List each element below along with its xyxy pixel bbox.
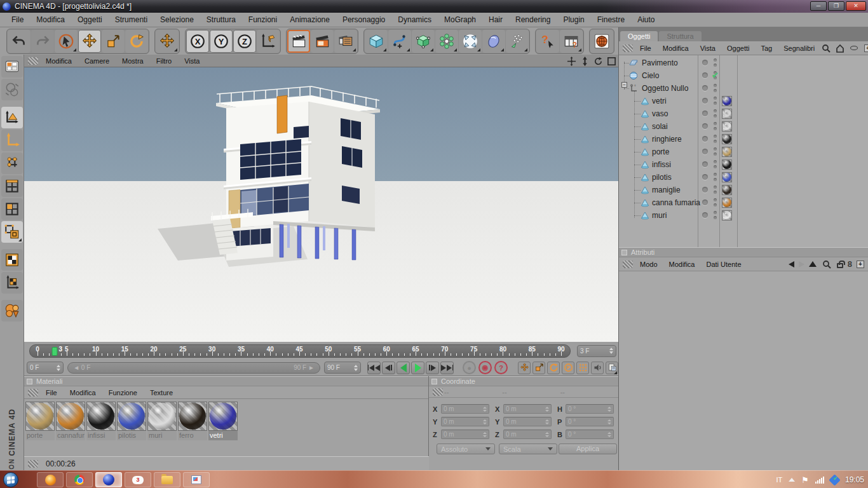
object-name[interactable]: maniglie xyxy=(652,186,681,194)
help-button[interactable]: ? xyxy=(536,30,559,53)
range-end-field[interactable]: 90 F xyxy=(324,362,361,374)
previous-frame-button[interactable] xyxy=(382,362,395,374)
menu-funzioni[interactable]: Funzioni xyxy=(242,13,283,27)
attr-menu-dati-utente[interactable]: Dati Utente xyxy=(701,261,747,268)
menu-personaggio[interactable]: Personaggio xyxy=(336,13,391,27)
taskbar-firefox[interactable] xyxy=(37,472,64,487)
home-icon[interactable] xyxy=(834,43,846,54)
minimize-button[interactable]: ─ xyxy=(810,1,827,11)
key-scale-button[interactable] xyxy=(532,362,545,374)
current-frame-field[interactable]: 3 F xyxy=(577,345,616,357)
om-menu-oggetti[interactable]: Oggetti xyxy=(721,44,755,52)
vp-menu-mostra[interactable]: Mostra xyxy=(116,57,150,65)
search-icon[interactable] xyxy=(821,259,832,270)
scale-x-field[interactable]: 0 m xyxy=(503,404,552,414)
lock-icon[interactable] xyxy=(837,263,843,268)
material-tag[interactable] xyxy=(722,134,732,144)
render-visibility-dots[interactable] xyxy=(714,109,717,119)
play-backward-button[interactable] xyxy=(397,362,410,374)
viewport-pan-icon[interactable] xyxy=(566,55,577,67)
object-name[interactable]: ringhiere xyxy=(652,135,682,144)
editor-visibility-dot[interactable] xyxy=(702,60,708,65)
object-row-Pavimento[interactable]: Pavimento xyxy=(619,57,868,69)
position-x-field[interactable]: 0 m xyxy=(441,404,489,414)
object-row-maniglie[interactable]: maniglie xyxy=(619,184,868,196)
key-parameter-button[interactable]: P xyxy=(562,362,574,374)
tab-oggetti[interactable]: Oggetti xyxy=(620,31,658,41)
editor-visibility-dot[interactable] xyxy=(702,123,708,129)
goto-start-button[interactable] xyxy=(367,362,381,374)
add-panel-icon[interactable]: + xyxy=(862,43,868,54)
material-tag[interactable] xyxy=(722,121,732,132)
range-start-field[interactable]: 0 F xyxy=(27,362,64,374)
keying-settings-button[interactable] xyxy=(606,362,618,374)
add-deformer-button[interactable] xyxy=(459,30,482,53)
panel-grip[interactable] xyxy=(28,389,38,396)
viewport-canvas[interactable] xyxy=(24,67,618,342)
editor-visibility-dot[interactable] xyxy=(702,212,708,218)
add-panel-icon[interactable]: + xyxy=(857,261,864,268)
panel-grip[interactable] xyxy=(623,261,633,268)
dropbox-icon[interactable] xyxy=(829,474,840,485)
autokey-button[interactable]: ◉ xyxy=(478,361,492,374)
editor-visibility-dot[interactable] xyxy=(702,149,708,154)
object-name[interactable]: Oggetto Nullo xyxy=(642,84,688,93)
scale-mode-dropdown[interactable]: Scala xyxy=(499,444,557,454)
editor-visibility-dot[interactable] xyxy=(702,187,708,193)
menu-rendering[interactable]: Rendering xyxy=(509,13,557,27)
taskbar-paint[interactable] xyxy=(183,472,210,487)
om-menu-file[interactable]: File xyxy=(634,44,657,52)
live-selection-tool[interactable] xyxy=(55,30,78,53)
spinner-icon[interactable] xyxy=(351,365,358,371)
editor-visibility-dot[interactable] xyxy=(702,174,708,180)
snap-settings-button[interactable] xyxy=(1,300,23,322)
rotation-h-field[interactable]: 0 ° xyxy=(566,404,614,414)
timeline-playhead[interactable] xyxy=(52,347,58,356)
enabled-check-icon[interactable]: ✔ xyxy=(712,71,719,80)
render-visibility-dots[interactable] xyxy=(714,97,717,107)
taskbar-chrome[interactable] xyxy=(66,472,93,487)
render-visibility-dots[interactable] xyxy=(714,135,717,145)
spinner-icon[interactable] xyxy=(54,365,60,371)
coordinate-globe-button[interactable] xyxy=(1,79,23,100)
point-mode-button[interactable] xyxy=(1,152,23,174)
attr-menu-modifica[interactable]: Modifica xyxy=(663,261,701,268)
path-icon[interactable] xyxy=(848,43,860,54)
viewport-zoom-icon[interactable] xyxy=(579,55,590,67)
om-menu-tag[interactable]: Tag xyxy=(755,44,778,52)
om-menu-segnalibri[interactable]: Segnalibri xyxy=(778,44,820,52)
material-muri[interactable]: muri xyxy=(147,402,177,440)
object-name[interactable]: infissi xyxy=(652,160,671,169)
lock-z-axis-button[interactable]: Z xyxy=(233,30,256,53)
object-row-solai[interactable]: solai xyxy=(619,120,868,133)
collapse-icon[interactable]: − xyxy=(621,82,627,88)
last-used-tool[interactable] xyxy=(156,30,179,53)
render-to-picture-viewer-button[interactable] xyxy=(311,30,334,53)
object-row-Oggetto-Nullo[interactable]: −°Oggetto Nullo xyxy=(619,82,868,95)
panel-checkbox-icon[interactable] xyxy=(27,379,32,384)
title-bar[interactable]: CINEMA 4D - [progettolivia2.c4d *] xyxy=(0,0,868,13)
close-button[interactable]: ✕ xyxy=(846,1,866,11)
render-visibility-dots[interactable] xyxy=(714,186,717,196)
render-visibility-dots[interactable] xyxy=(714,58,717,69)
editor-visibility-dot[interactable] xyxy=(702,72,708,78)
history-back-icon[interactable] xyxy=(789,261,794,268)
render-visibility-dots[interactable] xyxy=(714,173,717,183)
rotation-b-field[interactable]: 0 ° xyxy=(566,430,614,439)
panel-checkbox-icon[interactable] xyxy=(621,250,627,255)
vp-menu-filtro[interactable]: Filtro xyxy=(150,57,178,65)
position-z-field[interactable]: 0 m xyxy=(441,430,489,439)
viewport-rotate-icon[interactable] xyxy=(592,55,604,67)
clock[interactable]: 19:05 xyxy=(845,475,864,484)
object-name[interactable]: Cielo xyxy=(642,71,659,80)
viewport-maximize-icon[interactable] xyxy=(606,55,617,67)
panel-grip[interactable] xyxy=(433,388,443,396)
key-position-button[interactable] xyxy=(518,362,531,374)
content-browser-button[interactable]: ? xyxy=(560,30,583,53)
vp-menu-camere[interactable]: Camere xyxy=(78,57,116,65)
history-forward-icon[interactable] xyxy=(799,261,804,268)
material-pilotis[interactable]: pilotis xyxy=(117,402,146,440)
play-forward-button[interactable] xyxy=(411,362,424,374)
make-editable-button[interactable] xyxy=(1,56,23,78)
object-name[interactable]: vaso xyxy=(652,109,668,118)
